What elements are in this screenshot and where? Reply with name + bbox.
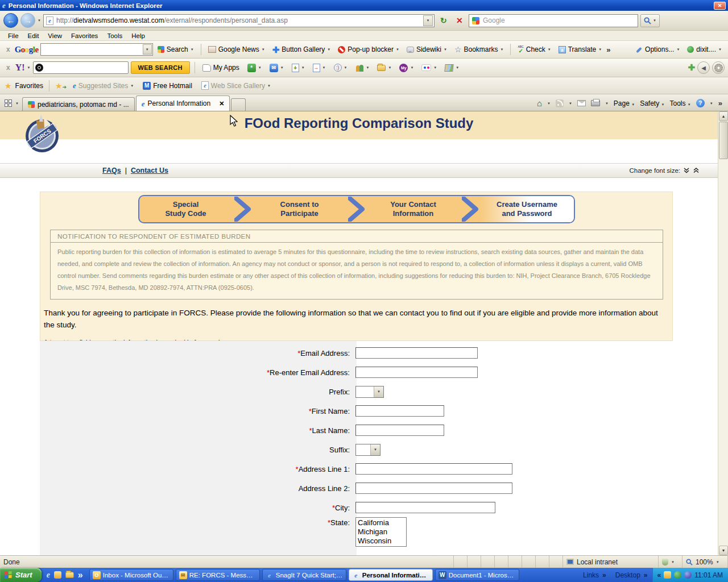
yahoo-contacts-button[interactable]: ▼ [353,63,373,73]
my-apps-button[interactable]: My Apps [200,63,242,73]
decrease-font-icon[interactable] [683,167,690,174]
yahoo-menu-dropdown-icon[interactable]: ▼ [27,66,31,69]
toolbar-overflow-chevron[interactable]: » [606,45,610,54]
google-account-button[interactable]: dixit....▼ [684,44,725,55]
desktop-toolbar[interactable]: Desktop» [611,571,652,579]
increase-font-icon[interactable] [693,167,700,174]
faqs-link[interactable]: FAQs [102,167,121,174]
google-options-button[interactable]: Options...▼ [632,44,682,55]
menu-view[interactable]: View [43,32,67,40]
yahoo-bookmark-add-button[interactable]: +▼ [289,63,308,73]
menu-help[interactable]: Help [127,32,150,40]
spellcheck-button[interactable]: ABC✓Check▼ [515,44,553,55]
web-slice-gallery-button[interactable]: eWeb Slice Gallery▼ [198,80,274,91]
first-name-input[interactable] [355,405,444,417]
scroll-down-button[interactable]: ▼ [719,546,728,555]
links-toolbar[interactable]: Links» [578,571,611,579]
page-scrollbar[interactable]: ▲ ▼ [718,111,728,555]
menu-tools[interactable]: Tools [102,32,127,40]
quick-launch-overflow-chevron[interactable]: » [78,570,83,580]
quick-launch-outlook-icon[interactable] [54,571,61,579]
quick-launch-folder-icon[interactable] [65,572,74,578]
feeds-dropdown-icon[interactable]: ▼ [569,102,572,105]
tools-menu-button[interactable]: Tools ▼ [670,99,691,107]
task-button-snagit-7-quick-start-ca[interactable]: eSnagIt 7 Quick Start; Ca... [262,569,346,581]
suggested-sites-button[interactable]: eSuggested Sites▼ [70,81,136,91]
bookmarks-button[interactable]: ☆Bookmarks▼ [452,44,507,55]
tab-list-dropdown-icon[interactable]: ▼ [15,102,19,105]
prefix-select[interactable]: ▼ [355,386,384,398]
read-mail-button[interactable] [577,100,586,106]
scrollbar-thumb[interactable] [719,122,728,159]
help-dropdown-icon[interactable]: ▼ [710,102,713,105]
state-option[interactable]: Michigan [358,527,406,537]
page-menu-button[interactable]: Page ▼ [614,99,635,107]
favorites-button[interactable]: Favorites [15,82,43,90]
start-button[interactable]: Start [0,568,42,582]
menu-file[interactable]: File [3,32,23,40]
home-dropdown-icon[interactable]: ▼ [547,102,551,105]
yahoo-share-button[interactable]: →▼ [310,63,329,73]
quick-tabs-button[interactable] [5,99,12,107]
suffix-select[interactable]: ▼ [355,444,380,456]
yahoo-messenger-button[interactable]: :)▼ [331,63,350,73]
email-input[interactable] [355,347,478,359]
reenter-email-input[interactable] [355,367,478,378]
tray-security-icon[interactable] [674,571,681,579]
city-input[interactable] [355,502,495,513]
stop-button[interactable]: ✕ [453,14,466,27]
tab-close-icon[interactable]: ✕ [219,100,224,107]
address-bar[interactable]: e http://dietvalwsmsdemo.westat.com/exte… [43,14,435,27]
google-news-button[interactable]: Google News▼ [205,44,268,55]
yahoo-logo[interactable]: Y! [15,63,25,73]
command-bar-overflow-chevron[interactable]: » [718,99,722,107]
yahoo-toolbar-close-button[interactable]: x [3,64,13,72]
toolbar-settings-button[interactable] [712,61,725,74]
address-line-1-input[interactable] [355,463,512,475]
feeds-button[interactable] [556,99,564,107]
window-close-button[interactable]: ✕ [714,2,726,10]
yahoo-folder-button[interactable]: ▼ [374,64,394,72]
flickr-button[interactable]: ▼ [419,63,440,72]
last-name-input[interactable] [355,425,444,436]
tab-pediatricians[interactable]: pediatricians, potomac md - ... [22,97,135,111]
home-button[interactable]: ⌂ [537,99,542,107]
recent-pages-dropdown-icon[interactable]: ▼ [38,19,41,22]
menu-edit[interactable]: Edit [23,32,44,40]
print-button[interactable] [591,100,600,106]
help-button[interactable]: ? [696,99,705,107]
print-dropdown-icon[interactable]: ▼ [605,102,609,105]
tab-personal-information[interactable]: ePersonal Information✕ [136,95,230,111]
zoom-control[interactable]: 100%▼ [682,556,728,568]
state-option[interactable]: Wisconsin [358,537,406,546]
tray-expand-chevron[interactable]: « [657,571,661,579]
quick-launch-ie-icon[interactable]: e [47,571,50,580]
task-button-document1-microsoft[interactable]: WDocument1 - Microsoft ... [435,569,519,581]
web-search-button[interactable]: WEB SEARCH [131,61,190,74]
yahoo-search-input[interactable] [33,61,129,74]
dropdown-arrow-icon[interactable]: ▼ [374,386,383,397]
contact-us-link[interactable]: Contact Us [131,167,168,174]
collapse-toolbar-button[interactable]: ◀ [697,61,710,74]
tray-outlook-icon[interactable] [664,571,671,579]
safety-menu-button[interactable]: Safety ▼ [640,99,664,107]
state-listbox[interactable]: CaliforniaMichiganWisconsin [355,517,407,547]
menu-favorites[interactable]: Favorites [67,32,102,40]
yahoo-mail-button[interactable]: ✉▼ [267,63,287,73]
google-search-history-dropdown[interactable]: ▼ [143,44,152,55]
yahoo-maps-button[interactable]: ▼ [442,63,462,73]
translate-button[interactable]: aTranslate▼ [556,44,605,55]
task-button-re-forcs-message-h[interactable]: ✉RE: FORCS - Message (H... [176,569,260,581]
search-button[interactable]: ▼ [640,14,660,27]
popup-blocker-button[interactable]: Pop-up blocker▼ [335,44,402,55]
search-box[interactable]: Google [469,14,638,27]
google-search-input[interactable]: ▼ [40,43,153,56]
forward-button[interactable]: → [20,13,35,28]
yahoo-my-button[interactable]: My▼ [396,63,416,73]
new-tab-stub[interactable] [231,98,246,111]
toolbar-close-button[interactable]: x [3,45,13,53]
state-option[interactable]: California [358,518,406,527]
free-hotmail-button[interactable]: MFree Hotmail [140,81,195,91]
add-favorite-icon[interactable]: ★➜ [55,82,67,90]
dropdown-arrow-icon[interactable]: ▼ [370,444,380,455]
